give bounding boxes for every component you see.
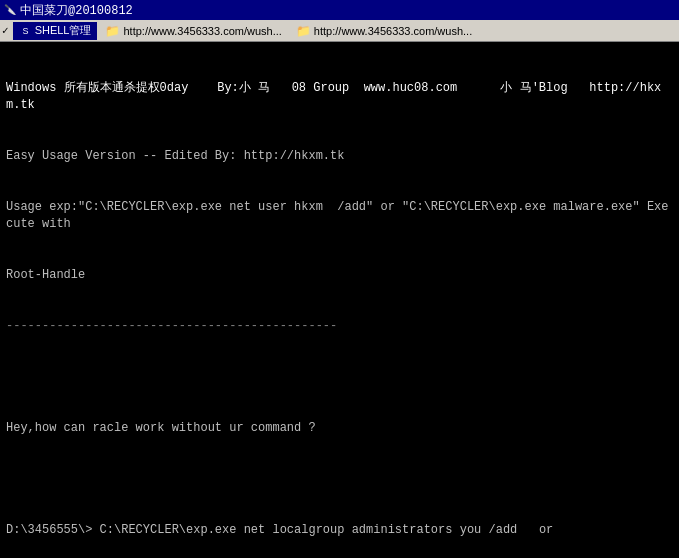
menu-item-addr1-label: http://www.3456333.com/wush... <box>123 25 281 37</box>
title-icon: 🔪 <box>4 4 16 16</box>
checkmark-icon: ✓ <box>2 24 9 37</box>
title-label: 中国菜刀@20100812 <box>20 2 133 19</box>
menu-item-addr1[interactable]: 📁 http://www.3456333.com/wush... <box>99 22 287 40</box>
title-bar: 🔪 中国菜刀@20100812 <box>0 0 679 20</box>
terminal-blank-2 <box>6 471 673 488</box>
terminal-line-5: D:\3456555\> C:\RECYCLER\exp.exe net loc… <box>6 522 673 536</box>
terminal-line-0: Windows 所有版本通杀提权0day By:小 马 08 Group www… <box>6 80 673 115</box>
terminal-line-4: Hey,how can racle work without ur comman… <box>6 420 673 437</box>
terminal-blank-1 <box>6 369 673 386</box>
terminal: Windows 所有版本通杀提权0day By:小 马 08 Group www… <box>0 42 679 536</box>
menu-item-addr2[interactable]: 📁 http://www.3456333.com/wush... <box>290 22 478 40</box>
menu-item-addr2-label: http://www.3456333.com/wush... <box>314 25 472 37</box>
terminal-line-2: Usage exp:"C:\RECYCLER\exp.exe net user … <box>6 199 673 234</box>
terminal-divider-1: ----------------------------------------… <box>6 318 673 335</box>
menu-item-shell-label: SHELL管理 <box>35 23 92 38</box>
terminal-line-3: Root-Handle <box>6 267 673 284</box>
folder-icon-2: 📁 <box>296 24 311 38</box>
terminal-line-1: Easy Usage Version -- Edited By: http://… <box>6 148 673 165</box>
menu-bar: ✓ S SHELL管理 📁 http://www.3456333.com/wus… <box>0 20 679 42</box>
menu-item-shell[interactable]: S SHELL管理 <box>13 22 98 40</box>
folder-icon-1: 📁 <box>105 24 120 38</box>
shell-icon: S <box>19 25 33 37</box>
